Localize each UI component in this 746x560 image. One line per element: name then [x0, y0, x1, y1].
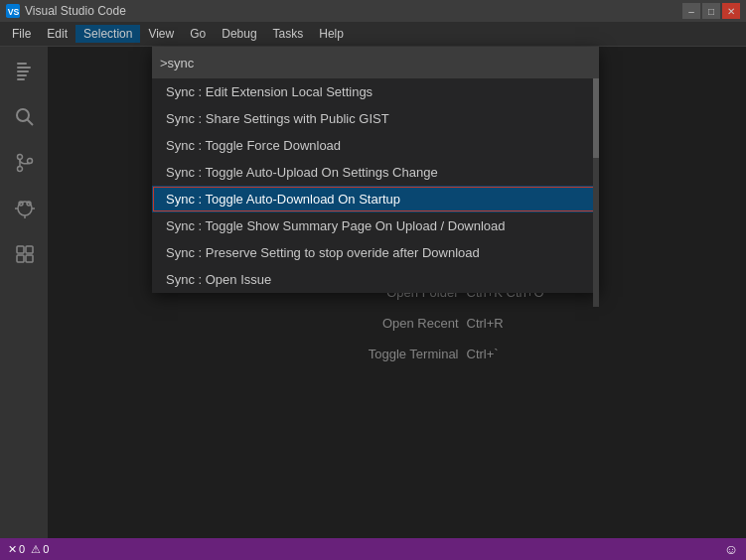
menu-tasks[interactable]: Tasks	[265, 25, 312, 43]
svg-point-9	[18, 155, 23, 160]
vscode-icon: VS	[6, 4, 20, 18]
svg-point-7	[17, 109, 29, 121]
shortcut-label-open-recent: Open Recent	[228, 316, 459, 331]
menu-help[interactable]: Help	[311, 25, 352, 43]
cp-item-7[interactable]: Sync : Open Issue	[152, 266, 599, 293]
command-palette-scrollbar[interactable]	[593, 78, 599, 307]
warning-count: 0	[43, 543, 49, 555]
scrollbar-thumb[interactable]	[593, 78, 599, 158]
minimize-button[interactable]: –	[682, 3, 700, 19]
svg-rect-5	[17, 74, 27, 76]
cp-item-0[interactable]: Sync : Edit Extension Local Settings	[152, 78, 599, 105]
app-title: Visual Studio Code	[25, 4, 126, 18]
menu-selection[interactable]: Selection	[75, 25, 140, 43]
shortcut-row-toggle-terminal: Toggle Terminal Ctrl+`	[228, 347, 566, 361]
extensions-activity-icon[interactable]	[7, 237, 41, 271]
svg-point-11	[28, 159, 33, 164]
command-palette-input[interactable]	[160, 56, 591, 70]
cp-item-4[interactable]: Sync : Toggle Auto-Download On Startup	[152, 186, 599, 212]
svg-rect-21	[17, 255, 24, 262]
title-left: VS Visual Studio Code	[6, 4, 126, 18]
explorer-activity-icon[interactable]	[7, 55, 41, 88]
svg-rect-22	[26, 255, 33, 262]
shortcut-label-toggle-terminal: Toggle Terminal	[228, 347, 459, 361]
status-bar: ✕ 0 ⚠ 0 ☺	[0, 538, 746, 560]
title-controls: – □ ✕	[682, 3, 740, 19]
svg-point-10	[18, 167, 23, 172]
maximize-button[interactable]: □	[702, 3, 720, 19]
title-bar: VS Visual Studio Code – □ ✕	[0, 0, 746, 22]
menu-file[interactable]: File	[4, 25, 39, 43]
svg-rect-6	[17, 78, 25, 80]
cp-item-6[interactable]: Sync : Preserve Setting to stop overide …	[152, 239, 599, 266]
cp-item-1[interactable]: Sync : Share Settings with Public GIST	[152, 105, 599, 132]
search-activity-icon[interactable]	[7, 100, 41, 134]
menu-bar: File Edit Selection View Go Debug Tasks …	[0, 22, 746, 47]
command-palette-input-area	[152, 47, 599, 78]
shortcut-row-open-recent: Open Recent Ctrl+R	[228, 316, 566, 331]
status-left: ✕ 0 ⚠ 0	[8, 543, 724, 556]
error-count: 0	[19, 543, 25, 555]
error-icon: ✕	[8, 543, 17, 556]
menu-edit[interactable]: Edit	[39, 25, 75, 43]
shortcut-key-toggle-terminal: Ctrl+`	[467, 347, 566, 361]
svg-rect-19	[17, 246, 24, 253]
main-area: Show All Commands Ctrl+Shift+P Open File…	[0, 47, 746, 538]
svg-point-13	[18, 202, 32, 215]
debug-activity-icon[interactable]	[7, 192, 41, 225]
svg-rect-2	[17, 63, 27, 65]
svg-rect-3	[17, 67, 31, 69]
close-button[interactable]: ✕	[722, 3, 740, 19]
feedback-icon[interactable]: ☺	[724, 541, 738, 557]
svg-rect-20	[26, 246, 33, 253]
editor-content: Show All Commands Ctrl+Shift+P Open File…	[48, 47, 746, 538]
status-warnings[interactable]: ⚠ 0	[31, 543, 49, 556]
svg-line-8	[28, 120, 34, 126]
menu-debug[interactable]: Debug	[214, 25, 264, 43]
menu-view[interactable]: View	[140, 25, 182, 43]
warning-icon: ⚠	[31, 543, 41, 556]
status-errors[interactable]: ✕ 0	[8, 543, 25, 556]
activity-bar	[0, 47, 48, 538]
shortcut-key-open-recent: Ctrl+R	[467, 316, 566, 331]
cp-item-2[interactable]: Sync : Toggle Force Download	[152, 132, 599, 159]
command-palette: Sync : Edit Extension Local Settings Syn…	[152, 47, 599, 293]
status-right: ☺	[724, 541, 738, 557]
cp-item-3[interactable]: Sync : Toggle Auto-Upload On Settings Ch…	[152, 159, 599, 186]
svg-rect-4	[17, 70, 29, 72]
cp-item-5[interactable]: Sync : Toggle Show Summary Page On Uploa…	[152, 212, 599, 239]
source-control-activity-icon[interactable]	[7, 146, 41, 180]
svg-text:VS: VS	[8, 7, 20, 17]
command-palette-list: Sync : Edit Extension Local Settings Syn…	[152, 78, 599, 293]
menu-go[interactable]: Go	[182, 25, 214, 43]
